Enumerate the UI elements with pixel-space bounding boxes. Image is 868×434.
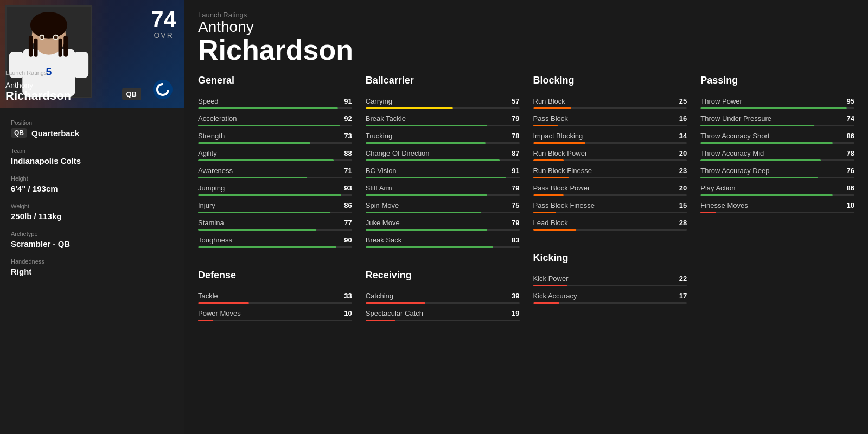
stat-name: Acceleration (198, 114, 237, 123)
card-player-first: Anthony (5, 81, 33, 90)
stat-value: 95 (847, 97, 854, 105)
stat-item: Acceleration92 (198, 114, 352, 126)
stat-value: 77 (344, 219, 352, 227)
card-label: Launch Ratings (5, 69, 47, 76)
stat-name: Carrying (366, 97, 392, 105)
stat-bar (366, 320, 520, 321)
stat-item: Pass Block16 (533, 114, 687, 126)
stat-item: Throw Accuracy Short86 (700, 132, 854, 144)
svg-point-3 (30, 12, 67, 39)
stat-name: Spin Move (366, 201, 399, 209)
team-label: Team (11, 148, 174, 154)
stat-name: Pass Block (533, 114, 568, 123)
handedness-label: Handedness (11, 258, 174, 265)
svg-rect-5 (63, 36, 68, 57)
stat-name: Throw Power (700, 97, 742, 105)
stat-bar (366, 177, 520, 178)
stat-bar (366, 212, 520, 213)
stat-name: Change Of Direction (366, 149, 430, 157)
category-section-passing: PassingThrow Power95Throw Under Pressure… (700, 75, 854, 219)
stat-item: Awareness71 (198, 167, 352, 178)
category-section-general: GeneralSpeed91Acceleration92Strength73Ag… (198, 75, 352, 253)
stat-bar (533, 229, 687, 231)
svg-rect-7 (59, 39, 62, 57)
stat-name: Strength (198, 132, 225, 140)
stat-bar (533, 285, 687, 286)
stat-bar (700, 177, 854, 178)
stat-name: Awareness (198, 167, 233, 175)
stat-bar (366, 125, 520, 126)
stat-value: 25 (679, 97, 687, 105)
stat-bar-fill (533, 194, 564, 196)
stat-name: Jumping (198, 184, 225, 192)
stat-item: Injury86 (198, 201, 352, 213)
stat-name: Throw Under Pressure (700, 114, 771, 123)
stat-bar-fill (198, 159, 334, 161)
stat-item: Agility88 (198, 149, 352, 161)
stat-bar-fill (533, 142, 585, 144)
stat-bar (700, 212, 854, 213)
position-row: QB Quarterback (11, 128, 174, 138)
stat-item: Throw Accuracy Deep76 (700, 167, 854, 178)
stat-bar-fill (198, 177, 307, 178)
stat-bar (700, 142, 854, 144)
stat-bar (366, 107, 520, 109)
stat-item: BC Vision91 (366, 167, 520, 178)
detail-archetype: Archetype Scrambler - QB (11, 231, 174, 248)
right-panel: Launch Ratings Anthony Richardson Genera… (184, 0, 868, 434)
stat-bar-fill (198, 125, 340, 126)
stat-item: Juke Move79 (366, 219, 520, 231)
stat-value: 33 (344, 292, 352, 300)
category-section-kicking: KickingKick Power22Kick Accuracy17 (533, 252, 687, 309)
stat-value: 86 (847, 132, 854, 140)
stat-value: 88 (344, 149, 352, 157)
stat-value: 93 (344, 184, 352, 192)
svg-rect-4 (29, 36, 33, 57)
stat-name: Impact Blocking (533, 132, 583, 140)
player-name-last: Richardson (198, 36, 854, 64)
stat-value: 22 (679, 275, 687, 283)
stat-value: 78 (512, 132, 519, 140)
card-player-last: Richardson (5, 89, 71, 103)
stat-value: 86 (344, 201, 352, 209)
stat-bar (533, 142, 687, 144)
ovr-label: OVR (151, 31, 176, 40)
stat-bar-fill (198, 229, 316, 231)
stat-name: Break Tackle (366, 114, 406, 123)
stat-item: Break Tackle79 (366, 114, 520, 126)
stat-item: Lead Block28 (533, 219, 687, 231)
stat-bar-fill (366, 159, 500, 161)
stat-bar (198, 107, 352, 109)
category-section-defense: DefenseTackle33Power Moves10 (198, 270, 352, 327)
stat-bar-fill (366, 142, 486, 144)
archetype-value: Scrambler - QB (11, 239, 174, 248)
stat-bar-fill (700, 159, 820, 161)
stat-bar (533, 194, 687, 196)
stat-bar-fill (198, 212, 330, 213)
stat-name: Lead Block (533, 219, 568, 227)
category-title: Passing (700, 75, 854, 89)
stat-name: Kick Accuracy (533, 292, 577, 300)
stats-column: GeneralSpeed91Acceleration92Strength73Ag… (198, 75, 352, 423)
stat-bar-fill (533, 302, 559, 304)
team-logo (149, 76, 176, 103)
stat-value: 79 (512, 114, 519, 123)
stat-name: Agility (198, 149, 217, 157)
stat-item: Kick Accuracy17 (533, 292, 687, 304)
position-pos-badge: QB (11, 128, 27, 138)
stat-name: Tackle (198, 292, 218, 300)
stat-item: Run Block25 (533, 97, 687, 109)
stat-name: Pass Block Finesse (533, 201, 595, 209)
stat-bar-fill (700, 125, 814, 126)
stat-name: Throw Accuracy Deep (700, 167, 769, 175)
stat-bar (198, 212, 352, 213)
stats-column: BlockingRun Block25Pass Block16Impact Bl… (533, 75, 687, 423)
stat-bar (366, 194, 520, 196)
stat-name: Stamina (198, 219, 224, 227)
detail-height: Height 6'4" / 193cm (11, 175, 174, 193)
stat-value: 20 (679, 184, 687, 192)
position-label: Position (11, 119, 174, 126)
stat-bar (366, 229, 520, 231)
archetype-label: Archetype (11, 231, 174, 237)
stat-bar (198, 194, 352, 196)
